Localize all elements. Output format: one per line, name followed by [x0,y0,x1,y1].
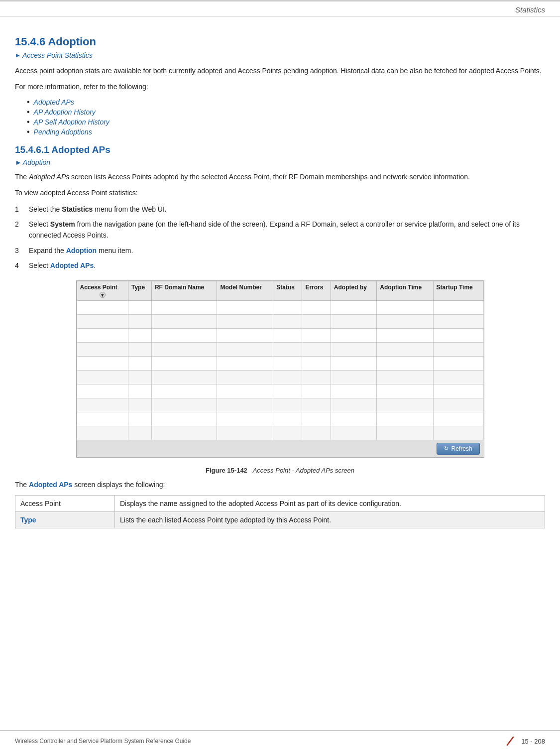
def-type: Lists the each listed Access Point type … [115,511,545,528]
list-item[interactable]: AP Self Adoption History [27,118,545,126]
step-content: Select the Statistics menu from the Web … [29,204,545,215]
list-item[interactable]: Pending Adoptions [27,127,545,136]
table-row [77,356,483,370]
ap-adoption-history-link[interactable]: AP Adoption History [34,108,96,116]
term-type: Type [15,511,115,528]
figure-description: Access Point - Adopted APs screen [253,467,354,474]
system-keyword: System [50,220,75,228]
bullet-list: Adopted APs AP Adoption History AP Self … [27,98,545,136]
col-adopted-by: Adopted by [331,281,376,300]
intro-paragraph-2: For more information, refer to the follo… [15,81,545,92]
step-number: 3 [15,245,24,256]
breadcrumb-text: Access Point Statistics [22,51,93,59]
step-content: Select System from the navigation pane (… [29,219,545,241]
footer-slash-icon [504,735,516,747]
def-row: Access Point Displays the name assigned … [15,495,545,511]
adopted-aps-description: The Adopted APs screen lists Access Poin… [15,171,545,182]
adopted-aps-screen-link[interactable]: Adopted APs [29,481,72,489]
footer-guide-name: Wireless Controller and Service Platform… [15,738,504,745]
col-model: Model Number [217,281,273,300]
adoption-keyword: Adoption [66,247,97,254]
adopted-aps-keyword: Adopted APs [50,261,94,269]
table-row [77,384,483,398]
col-status: Status [273,281,302,300]
sub-breadcrumb[interactable]: ► Adoption [15,158,545,166]
breadcrumb-arrow: ► [15,52,21,59]
table-row [77,412,483,426]
step-1: 1 Select the Statistics menu from the We… [15,204,545,215]
main-content: 15.4.6 Adoption ► Access Point Statistic… [0,16,560,548]
table-row [77,314,483,328]
type-term-label: Type [20,516,36,524]
adopted-aps-italic: Adopted APs [29,173,69,181]
table-row [77,300,483,314]
page-footer: Wireless Controller and Service Platform… [0,730,560,747]
statistics-keyword: Statistics [62,205,93,213]
figure-caption: Figure 15-142 Access Point - Adopted APs… [15,467,545,474]
col-startup-time: Startup Time [433,281,483,300]
table-footer-bar: ↻ Refresh [77,440,484,457]
col-rf-domain: RF Domain Name [151,281,217,300]
refresh-button[interactable]: ↻ Refresh [437,443,479,455]
col-type: Type [128,281,151,300]
table-row [77,398,483,412]
table-row [77,426,483,440]
col-errors: Errors [302,281,331,300]
page-header-title: Statistics [515,5,545,14]
col-adoption-time: Adoption Time [377,281,433,300]
step-number: 1 [15,204,24,215]
refresh-label: Refresh [451,445,472,452]
step-content: Select Adopted APs. [29,260,545,271]
table-row [77,342,483,356]
definition-table: Access Point Displays the name assigned … [15,495,545,528]
ap-self-adoption-history-link[interactable]: AP Self Adoption History [34,118,110,126]
refresh-icon: ↻ [444,445,448,452]
def-access-point: Displays the name assigned to the adopte… [115,495,545,511]
step-number: 4 [15,260,24,271]
term-access-point: Access Point [15,495,115,511]
table-row [77,328,483,342]
steps-intro: To view adopted Access Point statistics: [15,187,545,198]
col-access-point: Access Point ▼ [77,281,128,300]
sub-breadcrumb-arrow: ► [15,158,22,166]
list-item[interactable]: Adopted APs [27,98,545,107]
breadcrumb-link[interactable]: ► Access Point Statistics [15,51,545,59]
step-number: 2 [15,219,24,241]
table-screenshot: Access Point ▼ Type RF Domain Name Model… [76,280,484,458]
adopted-aps-link[interactable]: Adopted APs [34,98,74,106]
sub-section-heading: 15.4.6.1 Adopted APs [15,144,545,155]
svg-line-0 [507,737,513,745]
step-content: Expand the Adoption menu item. [29,245,545,256]
list-item[interactable]: AP Adoption History [27,108,545,117]
adopted-aps-screen-intro: The Adopted APs screen displays the foll… [15,479,545,490]
footer-page-number: 15 - 208 [521,738,545,745]
def-row: Type Lists the each listed Access Point … [15,511,545,528]
pending-adoptions-link[interactable]: Pending Adoptions [34,128,92,136]
figure-label: Figure 15-142 [206,467,247,474]
sub-breadcrumb-text: Adoption [23,158,50,166]
table-row [77,370,483,384]
footer-right: 15 - 208 [504,735,545,747]
intro-paragraph-1: Access point adoption stats are availabl… [15,65,545,76]
adopted-aps-table: Access Point ▼ Type RF Domain Name Model… [77,281,484,440]
header-bar: Statistics [0,1,560,16]
step-4: 4 Select Adopted APs. [15,260,545,271]
top-border [0,0,560,1]
step-2: 2 Select System from the navigation pane… [15,219,545,241]
step-3: 3 Expand the Adoption menu item. [15,245,545,256]
section-heading: 15.4.6 Adoption [15,35,545,48]
